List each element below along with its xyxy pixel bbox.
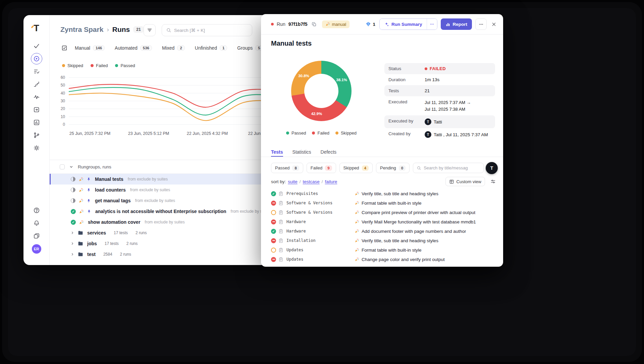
executed-to: Jul 11, 2025 7:38 AM: [425, 106, 471, 113]
gem-counter[interactable]: 1: [366, 21, 375, 27]
sort-by-testcase-link[interactable]: testcase: [303, 179, 320, 184]
chevron-right-icon[interactable]: [70, 241, 75, 246]
test-row[interactable]: Updates Format table with built-in style: [271, 245, 500, 255]
duration-value: 1m 13s: [425, 77, 439, 82]
sidebar-item-notifications[interactable]: [30, 217, 43, 229]
select-all-checkbox[interactable]: [60, 164, 65, 169]
pin-icon: [87, 177, 91, 181]
folder-icon: [78, 241, 83, 246]
confetti-icon: [355, 219, 359, 224]
filter-button[interactable]: [144, 24, 156, 36]
search-input[interactable]: [174, 28, 248, 33]
test-row[interactable]: Software & Versions Compare print previe…: [271, 208, 500, 217]
sidebar-item-branches[interactable]: [30, 129, 43, 142]
view-settings-button[interactable]: [490, 179, 496, 184]
tab-statistics[interactable]: Statistics: [292, 147, 311, 157]
clipboard-icon: [278, 210, 283, 215]
y-axis-tick: 50: [52, 83, 65, 88]
filter-passed[interactable]: Passed8: [271, 163, 303, 173]
test-status-icon: [271, 248, 276, 253]
test-row[interactable]: Prerequisites Verify title, sub title an…: [271, 189, 500, 198]
sidebar-item-checks[interactable]: [30, 40, 43, 52]
sidebar-item-import[interactable]: [30, 103, 43, 116]
executed-by-value: Tatti: [434, 119, 442, 124]
ellipsis-icon: [479, 22, 484, 27]
filter-icon: [147, 27, 153, 33]
tab-mixed[interactable]: Mixed2: [162, 45, 185, 51]
sidebar-item-projects[interactable]: [30, 229, 43, 242]
test-suite: Prerequisites: [286, 191, 352, 196]
sort-by-suite-link[interactable]: suite: [288, 179, 298, 184]
run-summary-button[interactable]: Run Summary: [380, 19, 427, 30]
rungroups-title: Rungroups, runs: [78, 164, 111, 169]
sidebar-item-activity[interactable]: [30, 91, 43, 103]
sidebar-item-settings[interactable]: [30, 142, 43, 154]
sidebar-item-steps[interactable]: [30, 78, 43, 91]
close-drawer-button[interactable]: [491, 22, 496, 27]
test-row[interactable]: Hardware Verify Mail Merge functionality…: [271, 217, 500, 226]
test-suite: Software & Versions: [286, 201, 352, 205]
clipboard-icon: [278, 229, 283, 234]
sort-by-failure-link[interactable]: failure: [325, 179, 337, 184]
y-axis-tick: 10: [52, 114, 65, 119]
more-actions-button[interactable]: [475, 18, 487, 30]
filter-count: 9: [325, 165, 332, 171]
run-type-tabs: Manual146 Automated536 Mixed2 Unfinished…: [61, 45, 263, 51]
confetti-icon: [79, 220, 84, 225]
x-axis-tick: 25 Jun, 2025 7:32 PM: [69, 131, 110, 136]
gear-icon: [33, 145, 40, 151]
tab-defects[interactable]: Defects: [321, 147, 336, 157]
list-check-icon: [33, 68, 40, 75]
folder-tests-count: 17 tests: [114, 230, 128, 235]
tab-groups[interactable]: Groups5: [237, 45, 263, 51]
tests-search-box[interactable]: [413, 163, 484, 173]
sidebar-item-help[interactable]: [30, 204, 43, 217]
custom-view-button[interactable]: Custom view: [445, 177, 485, 186]
folder-title: jobs: [87, 241, 97, 246]
executed-from: Jul 11, 2025 7:37 AM →: [425, 99, 471, 106]
filter-count: 0: [399, 165, 406, 171]
copy-run-id-button[interactable]: [311, 21, 318, 28]
breadcrumb-project[interactable]: Zyntra Spark: [60, 25, 103, 34]
chevron-right-icon[interactable]: [70, 230, 75, 235]
tab-manual[interactable]: Manual146: [75, 45, 105, 51]
test-row[interactable]: Updates Change page color and verify pri…: [271, 255, 500, 264]
tab-tests[interactable]: Tests: [271, 147, 283, 157]
report-button[interactable]: Report: [441, 18, 472, 30]
assistant-avatar-button[interactable]: T: [486, 162, 498, 174]
test-row[interactable]: Hardware Add document footer with page n…: [271, 226, 500, 236]
failed-status-dot: [425, 67, 427, 70]
confetti-icon: [325, 22, 330, 27]
test-row[interactable]: Software & Versions Format table with bu…: [271, 198, 500, 208]
filter-pending[interactable]: Pending0: [376, 163, 410, 173]
chevron-down-icon[interactable]: [69, 164, 74, 169]
app-logo[interactable]: T: [34, 24, 39, 33]
test-row[interactable]: Installation Verify title, sub title and…: [271, 236, 500, 245]
tab-automated[interactable]: Automated536: [115, 45, 152, 51]
tests-search-input[interactable]: [424, 165, 480, 170]
search-box[interactable]: [162, 24, 252, 36]
confetti-icon: [355, 191, 359, 196]
legend-dot: [115, 64, 118, 67]
tab-unfinished[interactable]: Unfinished1: [195, 45, 227, 51]
sidebar-nav: [30, 40, 43, 154]
results-donut-chart: 38.1% 42.9% 30.8%: [291, 61, 352, 121]
run-source: from exclude by suites: [145, 220, 184, 224]
chevron-right-icon[interactable]: [70, 252, 75, 257]
test-suite: Installation: [286, 238, 352, 243]
chart-legend: Skipped Failed Passed: [62, 63, 135, 68]
user-avatar[interactable]: ER: [32, 244, 41, 254]
sidebar-item-analytics[interactable]: [30, 116, 43, 129]
run-summary-more-button[interactable]: [427, 19, 437, 30]
filter-failed[interactable]: Failed9: [307, 163, 336, 173]
confetti-icon: [355, 248, 359, 252]
sidebar-item-testcases[interactable]: [30, 65, 43, 78]
filter-skipped[interactable]: Skipped4: [339, 163, 373, 173]
folder-runs-count: 2 runs: [126, 241, 138, 246]
run-info-table: Status FAILED Duration 1m 13s Tests 21 E…: [384, 63, 495, 141]
clipboard-icon: [278, 257, 283, 262]
info-row-executed: Executed Jul 11, 2025 7:37 AM → Jul 11, …: [384, 96, 495, 115]
sidebar-item-runs[interactable]: [31, 53, 42, 64]
board-check-icon: [61, 45, 67, 51]
legend-item: Passed: [115, 63, 135, 68]
